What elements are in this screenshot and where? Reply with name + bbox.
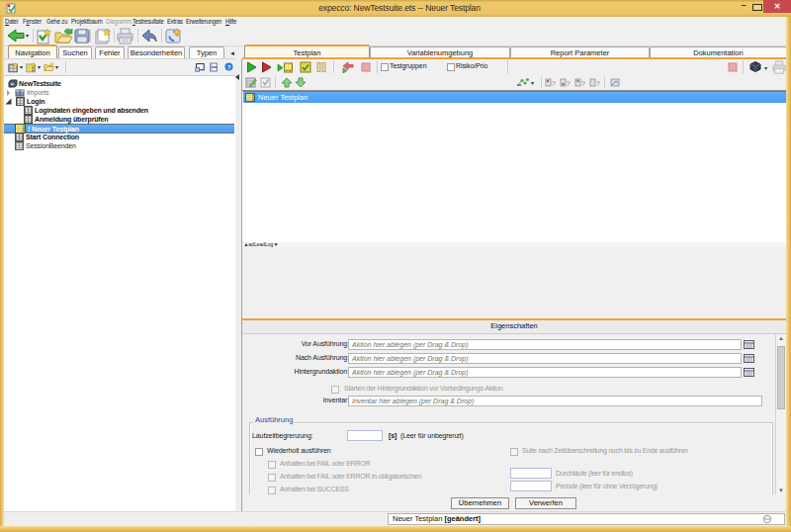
svg-text:?: ? <box>567 79 571 88</box>
svg-text:?: ? <box>596 79 601 88</box>
svg-text:?: ? <box>581 79 586 88</box>
svg-text:?: ? <box>227 64 231 70</box>
svg-text:?: ? <box>552 79 557 88</box>
